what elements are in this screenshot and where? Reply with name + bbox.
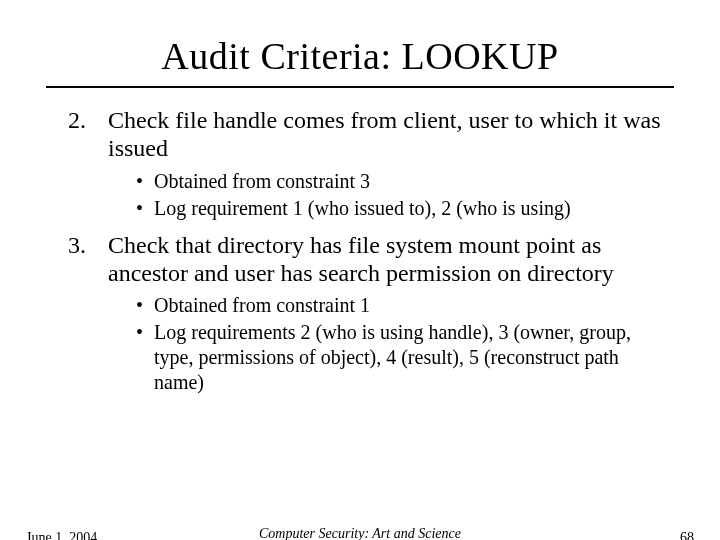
footer-center: Computer Security: Art and Science ©2002… xyxy=(0,526,720,540)
item-text: Check that directory has file system mou… xyxy=(108,232,614,286)
footer-pagenum: 68 xyxy=(680,530,694,540)
item-number: 2. xyxy=(68,106,86,134)
title-rule xyxy=(46,86,674,88)
sub-item: Obtained from constraint 3 xyxy=(136,169,672,194)
sub-list: Obtained from constraint 3 Log requireme… xyxy=(108,169,672,221)
sub-list: Obtained from constraint 1 Log requireme… xyxy=(108,293,672,395)
main-list: 2. Check file handle comes from client, … xyxy=(48,106,672,395)
footer-source: Computer Security: Art and Science xyxy=(259,526,461,540)
list-item: 2. Check file handle comes from client, … xyxy=(48,106,672,221)
sub-item: Log requirement 1 (who issued to), 2 (wh… xyxy=(136,196,672,221)
slide-title: Audit Criteria: LOOKUP xyxy=(0,34,720,78)
item-number: 3. xyxy=(68,231,86,259)
sub-item: Obtained from constraint 1 xyxy=(136,293,672,318)
item-text: Check file handle comes from client, use… xyxy=(108,107,661,161)
sub-item: Log requirements 2 (who is using handle)… xyxy=(136,320,672,395)
slide-content: 2. Check file handle comes from client, … xyxy=(0,106,720,395)
slide: Audit Criteria: LOOKUP 2. Check file han… xyxy=(0,34,720,540)
list-item: 3. Check that directory has file system … xyxy=(48,231,672,396)
